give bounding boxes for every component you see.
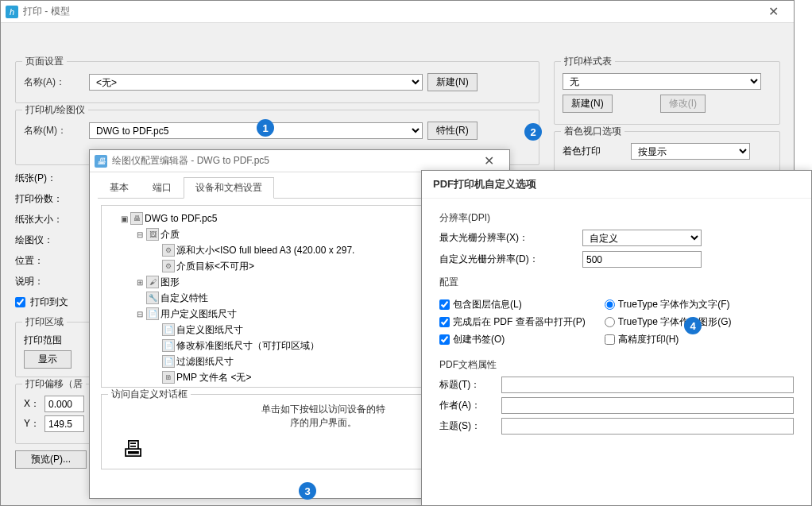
- print-content: 页面设置 名称(A)： <无> 新建(N) 打印机/绘图仪 名称(M)： DWG…: [1, 23, 794, 39]
- page-setup-group: 页面设置 名称(A)： <无> 新建(N): [15, 61, 539, 103]
- shade-group: 着色视口选项 着色打印 按显示: [554, 131, 780, 172]
- prop-title-input[interactable]: [501, 377, 794, 393]
- page-setup-legend: 页面设置: [22, 55, 67, 68]
- config-legend: 配置: [439, 276, 794, 289]
- plotter-label: 绘图仪：: [15, 234, 53, 247]
- callout-badge-1: 1: [257, 119, 274, 137]
- tab-basic[interactable]: 基本: [98, 177, 141, 199]
- opt-open-after[interactable]: 完成后在 PDF 查看器中打开(P): [439, 315, 586, 329]
- gear-icon: ⚙: [162, 244, 175, 257]
- app-icon: h: [6, 6, 18, 18]
- shade-select[interactable]: 按显示: [631, 143, 750, 160]
- gear-icon: ⚙: [162, 260, 175, 272]
- opt-hi-prec[interactable]: 高精度打印(H): [605, 333, 732, 346]
- shade-legend: 着色视口选项: [561, 125, 624, 138]
- shade-label: 着色打印: [563, 145, 626, 158]
- docprops-group: PDF文档属性 标题(T)： 作者(A)： 主题(S)：: [439, 358, 794, 435]
- papersize-label: 纸张大小：: [15, 213, 63, 226]
- offset-group: 打印偏移（居 X： Y：: [15, 384, 95, 444]
- opt-tt-text[interactable]: TrueType 字体作为文字(F): [605, 298, 732, 311]
- callout-badge-3: 3: [299, 482, 316, 500]
- page-icon: 📄: [146, 307, 159, 320]
- tab-port[interactable]: 端口: [141, 177, 184, 199]
- custom-raster-input[interactable]: [582, 251, 702, 268]
- styles-legend: 打印样式表: [561, 55, 615, 68]
- config-group: 配置 包含图层信息(L) 完成后在 PDF 查看器中打开(P) 创建书签(O) …: [439, 276, 794, 350]
- callout-badge-4: 4: [684, 317, 702, 334]
- pdf-options-dialog: PDF打印机自定义选项 分辨率(DPI) 最大光栅分辨率(X)： 自定义 自定义…: [421, 170, 812, 506]
- offset-y-label: Y：: [24, 417, 40, 431]
- page-icon: 📄: [162, 339, 175, 352]
- printer-legend: 打印机/绘图仪: [22, 103, 88, 117]
- print-titlebar: h 打印 - 模型 ✕: [1, 1, 794, 23]
- printer-props-button[interactable]: 特性(R): [427, 122, 478, 140]
- config-left-col: 包含图层信息(L) 完成后在 PDF 查看器中打开(P) 创建书签(O): [439, 294, 586, 350]
- opt-layers[interactable]: 包含图层信息(L): [439, 298, 586, 311]
- print-area-group: 打印区域 打印范围 显示: [15, 322, 95, 377]
- access-legend: 访问自定义对话框: [108, 388, 191, 401]
- opt-tt-shape-radio[interactable]: [605, 317, 615, 327]
- prop-author-label: 作者(A)：: [439, 399, 495, 412]
- offset-x-input[interactable]: [44, 396, 84, 412]
- prop-subject-label: 主题(S)：: [439, 419, 495, 433]
- printer-name-select[interactable]: DWG to PDF.pc5: [89, 122, 423, 139]
- cfg-title: 绘图仪配置编辑器 - DWG to PDF.pc5: [112, 154, 473, 168]
- opt-layers-checkbox[interactable]: [439, 299, 450, 310]
- custom-raster-label: 自定义光栅分辨率(D)：: [439, 253, 574, 266]
- media-icon: 🖼: [146, 228, 159, 241]
- opt-bookmarks-checkbox[interactable]: [439, 334, 450, 345]
- pdf-title: PDF打印机自定义选项: [422, 171, 811, 199]
- opt-open-after-checkbox[interactable]: [439, 317, 450, 327]
- dpi-legend: 分辨率(DPI): [439, 211, 794, 225]
- paper-label: 纸张(P)：: [15, 172, 56, 185]
- docprops-legend: PDF文档属性: [439, 358, 794, 372]
- page-icon: 📄: [162, 323, 175, 336]
- print-title: 打印 - 模型: [23, 5, 757, 18]
- plotter-icon: 🖶: [130, 212, 143, 225]
- styles-edit-button[interactable]: 修改(I): [660, 95, 706, 113]
- styles-group: 打印样式表 无 新建(N) 修改(I): [554, 61, 780, 125]
- opt-bookmarks[interactable]: 创建书签(O): [439, 333, 586, 346]
- print-to-file-label: 打印到文: [30, 295, 68, 309]
- pdf-body: 分辨率(DPI) 最大光栅分辨率(X)： 自定义 自定义光栅分辨率(D)： 配置…: [422, 199, 811, 443]
- right-column: 打印样式表 无 新建(N) 修改(I) 着色视口选项 着色打印 按显示: [554, 55, 780, 178]
- page-name-label: 名称(A)：: [24, 75, 84, 89]
- desc-label: 说明：: [15, 275, 44, 288]
- offset-y-input[interactable]: [44, 415, 84, 432]
- prop-title-label: 标题(T)：: [439, 378, 495, 392]
- cfg-titlebar: 🖶 绘图仪配置编辑器 - DWG to PDF.pc5 ✕: [90, 150, 509, 172]
- max-raster-select[interactable]: 自定义: [582, 230, 702, 246]
- wrench-icon: 🔧: [146, 292, 159, 304]
- printer-name-label: 名称(M)：: [24, 124, 84, 137]
- page-new-button[interactable]: 新建(N): [427, 73, 478, 91]
- bottom-left: 打印区域 打印范围 显示 打印偏移（居 X： Y： 预览(P)...: [15, 315, 95, 469]
- cfg-close-icon[interactable]: ✕: [473, 150, 505, 172]
- page-icon: 📄: [162, 355, 175, 368]
- range-label: 打印范围: [24, 334, 62, 347]
- prop-author-input[interactable]: [501, 397, 794, 414]
- area-legend: 打印区域: [22, 315, 67, 329]
- opt-tt-text-radio[interactable]: [605, 299, 615, 310]
- copies-label: 打印份数：: [15, 192, 63, 206]
- max-raster-label: 最大光栅分辨率(X)：: [439, 231, 574, 245]
- print-to-file-checkbox[interactable]: [15, 297, 25, 307]
- printer-icon: 🖶: [95, 155, 107, 168]
- opt-tt-shape[interactable]: TrueType 字体作为图形(G): [605, 315, 732, 329]
- config-right-col: TrueType 字体作为文字(F) TrueType 字体作为图形(G) 高精…: [605, 294, 732, 350]
- prop-subject-input[interactable]: [501, 418, 794, 435]
- doc-icon: 🗎: [162, 371, 175, 384]
- offset-x-label: X：: [24, 397, 40, 411]
- offset-legend: 打印偏移（居: [22, 377, 86, 391]
- styles-select[interactable]: 无: [563, 73, 761, 90]
- pos-label: 位置：: [15, 254, 44, 268]
- graphics-icon: 🖌: [146, 276, 159, 288]
- opt-hi-prec-checkbox[interactable]: [605, 334, 615, 345]
- dpi-group: 分辨率(DPI) 最大光栅分辨率(X)： 自定义 自定义光栅分辨率(D)：: [439, 211, 794, 268]
- close-icon[interactable]: ✕: [757, 1, 789, 22]
- tab-device[interactable]: 设备和文档设置: [184, 177, 274, 199]
- styles-new-button[interactable]: 新建(N): [563, 95, 613, 113]
- preview-button[interactable]: 预览(P)...: [15, 450, 87, 469]
- callout-badge-2: 2: [524, 123, 542, 141]
- show-button[interactable]: 显示: [24, 350, 72, 369]
- page-name-select[interactable]: <无>: [89, 74, 423, 91]
